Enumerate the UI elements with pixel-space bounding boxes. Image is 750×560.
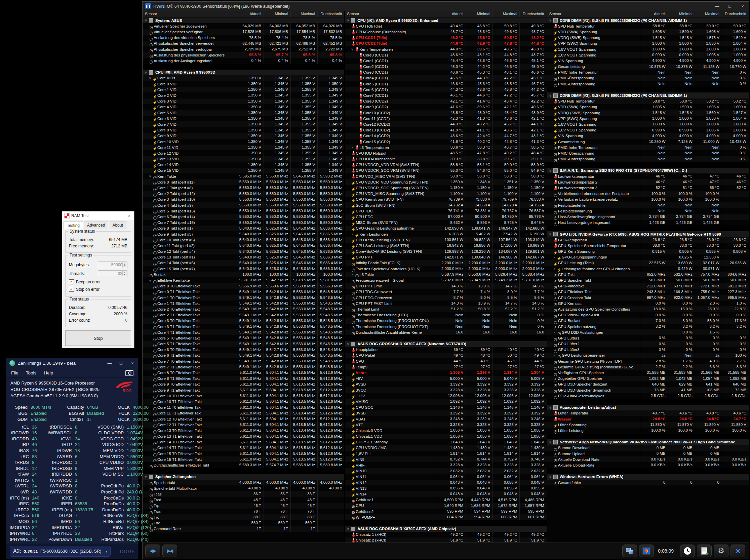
chevron-down-icon[interactable]: ∨	[548, 406, 553, 409]
sensor-row[interactable]: PMIC-ÜberspannungNeinNeinNein0 %	[547, 75, 749, 81]
sensor-row[interactable]: Gesamte GPU-Leistung (normalisiert) [% v…	[547, 364, 749, 370]
sensor-row[interactable]: Gesamtleistung10.875 W10.375 W11.125 W10…	[547, 64, 749, 69]
sensor-row[interactable]: CPU IOD-Durchschnitt39.3 °C38.8 °C39.6 °…	[345, 156, 546, 162]
sensor-row[interactable]: Tras76 T76 T76 T	[143, 508, 344, 514]
sensor-row[interactable]: Core 2 T0 Effektiver Takt5,549.1 MHz5,54…	[143, 306, 344, 312]
sensor-row[interactable]: VBAT3.248 V3.232 V3.248 V3.246 V	[345, 416, 546, 422]
sensor-row[interactable]: CPU CCD2 (Tdie)44.6 °C42.9 °C47.8 °C44.8…	[345, 41, 546, 46]
sensor-row[interactable]: Core 9 VID1.350 V1.345 V1.355 V1.349 V	[143, 133, 344, 139]
sensor-row[interactable]: CPU PPT FAST Limit14.3 %13.9 %14.7 %14.3…	[345, 300, 546, 306]
burn-in-test-button[interactable]	[639, 544, 654, 557]
sensor-row[interactable]: Core 9 Takt (perf #3)5,640.0 MHz5,625.0 …	[143, 231, 344, 237]
sensor-row[interactable]: Core13 (CCD2)41.9 °C41.1 °C43.6 °C42.1 °…	[345, 127, 546, 133]
sensor-row[interactable]: Speichertakt4,000.0 MHz4,000.0 MHz4,000.…	[143, 480, 344, 485]
sensor-row[interactable]: Core 5 T1 Effektiver Takt5,549.1 MHz5,54…	[143, 341, 344, 347]
maximize-button[interactable]: □	[724, 2, 736, 11]
sensor-row[interactable]: +5V5.000 V5.000 V5.040 V5.005 V	[345, 376, 546, 381]
minimize-button[interactable]: —	[104, 361, 115, 366]
sensor-row[interactable]: Laufwerkstemperatur 246 °C46 °C47 °C46 °…	[547, 179, 749, 185]
sensor-row[interactable]: Auslastung des physikalischen Speichers9…	[143, 52, 344, 58]
sensor-row[interactable]: VDDQ (SWB) Spannung1.545 V1.545 V1.575 V…	[547, 35, 749, 41]
sensor-row[interactable]: CPU-Gesamt-Leistungsaufnahme142.898 W139…	[345, 225, 546, 231]
column-header[interactable]: Minimal	[263, 11, 291, 17]
sensor-row[interactable]: Thermische Drosselung (HTC)NeinNeinNein0…	[345, 312, 546, 318]
sensor-row[interactable]: 1,8V PLL1.814 V1.814 V1.814 V1.814 V	[345, 451, 546, 457]
sensor-row[interactable]: Takt des Speicher-Controllers (UCLK)2,00…	[345, 266, 546, 272]
close-button[interactable]: ×	[124, 214, 134, 218]
sensor-row[interactable]: PMIC-UnterspannungNeinNeinNein0 %	[547, 81, 749, 87]
sensor-row[interactable]: Gesamtleistung10.250 W7.125 W11.000 W10.…	[547, 139, 749, 144]
checkbox-checked-icon[interactable]: ✓	[69, 279, 74, 284]
close-button[interactable]: ×	[127, 361, 138, 366]
sensor-row[interactable]: Summe Download0 MB0 MB0 MB	[547, 445, 749, 451]
sensor-row[interactable]: Trc88 T88 T88 T	[143, 514, 344, 520]
column-header[interactable]: Minimal	[466, 11, 493, 17]
sensor-row[interactable]: Host-Lesevorgänge insgesamt1,426 GB1,426…	[547, 220, 749, 225]
sensor-row[interactable]: CPU TDC-Grenzwert7.7 %7.4 %8.0 %7.7 %	[345, 289, 546, 295]
sensor-row[interactable]: CPU IOD Hotspot48.5 °C47.8 °C49.2 °C48.4…	[345, 150, 546, 156]
sensor-row[interactable]: Core 0 VID1.350 V1.345 V1.355 V1.350 V	[143, 81, 344, 87]
sensor-row[interactable]: CPU EDC87.000 A80.500 A94.750 A85.776 A	[345, 214, 546, 220]
sensor-row[interactable]: Lüfter Leistung100.0 %100.0 %100.0 %100.…	[547, 427, 749, 433]
sensor-row[interactable]: VDDQ (SWB) Spannung1.545 V1.545 V1.560 V…	[547, 110, 749, 116]
sensor-row[interactable]: GPU Speicher-Takt50.6 MHz50.6 MHz50.6 MH…	[547, 277, 749, 283]
sensor-row[interactable]: Core 2 Takt (perf #12)5,550.0 MHz5,550.0…	[143, 191, 344, 197]
sensor-row[interactable]: MISC-Strom (SVI3 TFN)8.632 A8.593 A8.725…	[345, 220, 546, 225]
chevron-down-icon[interactable]: ∨	[548, 94, 553, 98]
spinner-control[interactable]: ▲▼	[122, 271, 127, 276]
sensor-row[interactable]: Chipsatz1 VDD1.056 V1.056 V1.056 V1.056 …	[345, 434, 546, 439]
chevron-right-icon[interactable]: ›	[552, 329, 557, 335]
column-header[interactable]: Sensor	[345, 11, 439, 17]
sensor-row[interactable]: Core 10 T1 Effektiver Takt5,611.0 MHz5,6…	[143, 399, 344, 404]
sensor-row[interactable]: Core 3 T0 Effektiver Takt5,549.1 MHz5,54…	[143, 318, 344, 324]
sensor-row[interactable]: 3VCC3.328 V3.328 V3.328 V3.328 V	[345, 387, 546, 393]
sensor-row[interactable]: Zugeteilter GPU-Speicher1,052 MB1,042 MB…	[547, 376, 749, 381]
sensor-row[interactable]: Core 13 T1 Effektiver Takt5,611.0 MHz5,6…	[143, 434, 344, 439]
sensor-section-header[interactable]: ∨ASUS ROG CROSSHAIR X870E APEX (AMD Chip…	[345, 526, 546, 532]
sensor-row[interactable]: Core 13 Takt (perf #1)5,640.0 MHz5,625.0…	[143, 255, 344, 260]
sensor-row[interactable]: CPU-Paket49 °C48 °C50 °C49 °C	[345, 353, 546, 358]
screenshot-camera-icon[interactable]	[125, 370, 134, 376]
stop-on-error-checkbox[interactable]: ✓Stop on error	[69, 287, 127, 292]
sensor-row[interactable]: ∨Effektive Kerntakte5,581.3 MHz5,542.7 M…	[143, 277, 344, 283]
close-button[interactable]: ×	[736, 2, 749, 11]
sensor-row[interactable]: Core5 (CCD1)46.6 °C45.3 °C48.5 °C46.7 °C	[345, 81, 546, 87]
chevron-right-icon[interactable]: ›	[350, 144, 354, 150]
sensor-row[interactable]: Core4 (CCD1)45.5 °C44.3 °C47.2 °C45.1 °C	[345, 75, 546, 81]
column-header[interactable]: Sensor	[143, 11, 237, 17]
sensor-row[interactable]: FestplattenfehlerNeinNeinNein	[547, 202, 749, 208]
sensor-row[interactable]: PCIe-Link-Geschwindigkeit2.5 GT/s2.5 GT/…	[547, 393, 749, 399]
column-header[interactable]: Durchschnitt	[317, 11, 344, 17]
sensor-row[interactable]: Core 5 VID1.350 V1.345 V1.355 V1.349 V	[143, 110, 344, 116]
chevron-right-icon[interactable]: ›	[350, 231, 354, 237]
tab-testing[interactable]: Testing	[63, 221, 83, 229]
sensor-row[interactable]: Verfügbarer Laufwerksreserveplatz100.0 %…	[547, 197, 749, 202]
menu-help[interactable]: Help	[44, 371, 53, 376]
sensor-row[interactable]: CPU-Kernstrom (SVI3 TFN)76.739 A73.880 A…	[345, 197, 546, 202]
sensor-row[interactable]: Core 6 T1 Effektiver Takt5,549.1 MHz5,54…	[143, 353, 344, 358]
sensor-row[interactable]: 1,0V VOUT Spannung0.990 V0.990 V1.005 V1…	[547, 127, 749, 133]
sensor-row[interactable]: Core10 (CCD2)43.8 °C43.0 °C45.4 °C43.9 °…	[345, 110, 546, 116]
sensor-row[interactable]: GPU D3D-Speicher dediziert640 MB629 MB64…	[547, 381, 749, 387]
chevron-down-icon[interactable]: ∨	[548, 19, 553, 22]
chevron-down-icon[interactable]: ∨	[148, 278, 152, 283]
sensor-row[interactable]: Gehäuse2595 RPM594 RPM599 RPM595 RPM	[345, 508, 546, 514]
sensor-row[interactable]: VTT3.328 V3.328 V3.328 V3.328 V	[345, 422, 546, 427]
sensor-row[interactable]: CPU-Gehäuse (Durchschnitt)48.7 °C48.3 °C…	[345, 29, 546, 35]
sensor-row[interactable]: GPU D3D-Speicher dynamisch73 MB41 MB108 …	[547, 387, 749, 393]
sensor-row[interactable]: Core 14 T0 Effektiver Takt5,611.0 MHz5,6…	[143, 439, 344, 445]
sensor-row[interactable]: GPU-Takt652.0 MHz532.0 MHz757.0 MHz604.6…	[547, 272, 749, 277]
sensor-row[interactable]: VIN120.048 V0.048 V0.056 V0.048 V	[345, 480, 546, 485]
sensor-section-header[interactable]: ∨DDR5 DIMM [#3]: G.Skill F5-6000J2636H32…	[547, 93, 749, 98]
sensor-row[interactable]: Tcas36 T36 T36 T	[143, 491, 344, 497]
sensor-row[interactable]: Host-Schreibvorgänge insgesamt2,734 GB2,…	[547, 214, 749, 220]
sensor-row[interactable]: Core 15 VID1.350 V1.345 V1.355 V1.349 V	[143, 168, 344, 174]
sensor-row[interactable]: Core 1 T0 Effektiver Takt5,549.1 MHz5,54…	[143, 295, 344, 300]
sensor-row[interactable]: ›GPU LeistungsbegrenzerJaNeinJa100 %	[547, 353, 749, 358]
sensor-row[interactable]: Core 15 T1 Effektiver Takt5,611.0 MHz5,6…	[143, 457, 344, 462]
sensor-row[interactable]: Core11 (CCD2)42.3 °C41.0 °C43.6 °C42.1 °…	[345, 116, 546, 121]
sensor-row[interactable]: VIN110.064 V0.064 V0.064 V0.064 V	[345, 474, 546, 480]
sensor-row[interactable]: CPU VDDCR_SOC VRM (SVI3 TFN)55.0 °C54.6 …	[345, 168, 546, 174]
sensor-row[interactable]: GPU-Videotakt712.0 MHz637.0 MHz772.0 MHz…	[547, 283, 749, 289]
sensor-row[interactable]: Physikalischer Speicher verwendet62,445 …	[143, 41, 344, 46]
